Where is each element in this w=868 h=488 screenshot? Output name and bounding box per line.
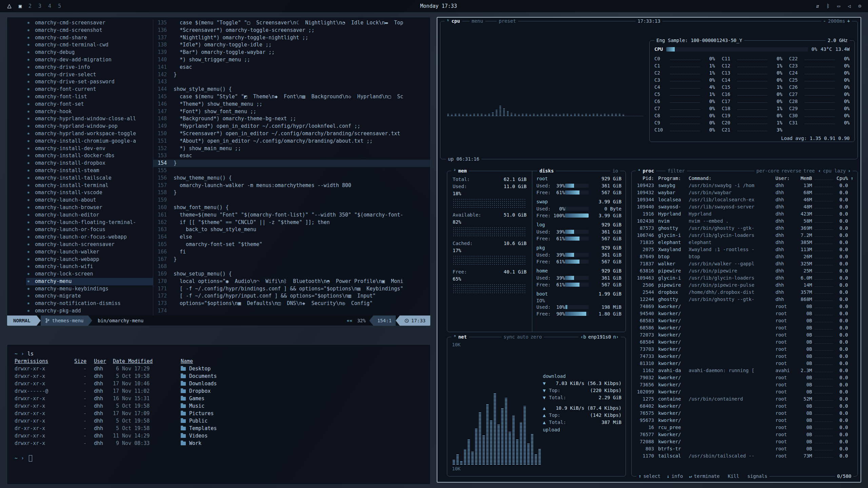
file-item[interactable]: ∗ omarchy-launch-browser — [26, 204, 153, 211]
process-row[interactable]: 1275 containe /usr/bin/containerd root 5… — [636, 395, 853, 403]
file-item[interactable]: ∗ omarchy-install-docker-dbs — [26, 152, 153, 160]
file-item[interactable]: ∗ omarchy-hyprland-window-pop — [26, 123, 153, 130]
file-item[interactable]: ∗ omarchy-hook — [26, 108, 153, 116]
process-row[interactable]: 87649 btop btop dhh 26M 0.0 — [636, 253, 853, 260]
file-item[interactable]: ∗ omarchy-drive-select — [26, 71, 153, 79]
io-mode-toggle[interactable]: io — [610, 168, 620, 174]
process-row[interactable]: 109423 swaybg /usr/bin/swaybg -i /hom dh… — [636, 182, 853, 189]
disks-label[interactable]: disks — [537, 168, 556, 174]
workspace-button[interactable]: ▣ — [19, 3, 22, 9]
file-item[interactable]: ∗ omarchy-menu — [26, 278, 153, 285]
file-item[interactable]: ∗ omarchy-notification-dismiss — [26, 300, 153, 307]
file-item[interactable]: ∗ omarchy-launch-wifi — [26, 263, 153, 270]
file-item[interactable]: ∗ omarchy-font-list — [26, 93, 153, 101]
file-item[interactable]: ∗ omarchy-install-terminal — [26, 182, 153, 189]
workspace-button[interactable]: 3 — [38, 3, 41, 9]
process-row[interactable]: 74869 kworker/ root 0B 0.0 — [636, 303, 853, 310]
iface-next-button[interactable]: n› — [613, 334, 619, 340]
footer-action[interactable]: ↑ select — [638, 473, 660, 480]
header-mem[interactable]: MemB — [796, 175, 812, 182]
process-row[interactable]: 68586 kworker/ root 0B 0.0 — [636, 324, 853, 331]
updates-icon[interactable]: ⇵ — [816, 3, 819, 9]
net-auto-toggle[interactable]: auto — [517, 334, 529, 340]
header-pid[interactable]: Pid: — [636, 175, 658, 182]
filter-button[interactable]: filter — [666, 168, 687, 174]
power-icon[interactable]: ⊙ — [858, 3, 861, 9]
tab-net[interactable]: ³net — [451, 334, 469, 340]
scroll-up-icon[interactable]: ↑ — [848, 175, 853, 182]
tab-mem[interactable]: ²mem — [451, 168, 469, 174]
file-item[interactable]: ∗ omarchy-cmd-share — [26, 34, 153, 42]
file-item[interactable]: ∗ omarchy-install-vscode — [26, 189, 153, 197]
file-item[interactable]: ∗ omarchy-launch-about — [26, 197, 153, 204]
footer-action[interactable]: Kill — [726, 473, 739, 480]
footer-action[interactable]: signals — [745, 473, 767, 480]
file-item[interactable]: ∗ omarchy-launch-floating-terminal- — [26, 219, 153, 226]
process-row[interactable]: 81310 kworker/ root 0B 0.0 — [636, 360, 853, 367]
file-item[interactable]: ∗ omarchy-font-current — [26, 86, 153, 93]
display-icon[interactable]: ▭ — [837, 3, 840, 9]
per-core-toggle[interactable]: per-core — [756, 168, 779, 174]
process-row[interactable]: 76577 kworker/ root 0B 0.0 — [636, 431, 853, 438]
sort-prev-button[interactable]: ‹ — [818, 168, 821, 174]
bluetooth-icon[interactable]: ᛒ — [827, 3, 830, 9]
file-item[interactable]: ∗ omarchy-drive-info — [26, 64, 153, 71]
process-row[interactable]: 12244 ghostty /usr/bin/ghostty --gtk- dh… — [636, 296, 853, 303]
process-row[interactable]: 109344 localsea /usr/lib/localsearch-ex … — [636, 196, 853, 203]
process-row[interactable]: 109463 glycin-i /usr/lib/glycin-loaders … — [636, 274, 853, 282]
process-row[interactable]: 94540 kworker/ root 0B 0.0 — [636, 310, 853, 317]
process-row[interactable]: 109432 waybar /usr/bin/waybar dhh 68M 0.… — [636, 189, 853, 196]
file-item[interactable]: ∗ omarchy-install-tailscale — [26, 175, 153, 182]
file-item[interactable]: ∗ omarchy-pkg-add — [26, 307, 153, 315]
process-row[interactable]: 1916 Hyprland Hyprland dhh 423M 0.0 — [636, 210, 853, 218]
process-row[interactable]: 73703 kworker/ root 0B 0.0 — [636, 346, 853, 353]
process-row[interactable]: 68584 kworker/ root 0B 0.0 — [636, 339, 853, 346]
process-row[interactable]: 106746 glycin-i /usr/lib/glycin-loaders … — [636, 232, 853, 239]
net-sync-toggle[interactable]: sync — [504, 334, 515, 340]
footer-action[interactable]: ↵ terminate — [689, 473, 719, 480]
file-item[interactable]: ∗ omarchy-hyprland-window-close-all — [26, 115, 153, 123]
process-row[interactable]: 16 rcu_pree root 0B 0.0 — [636, 424, 853, 431]
preset-button[interactable]: preset — [497, 18, 518, 24]
process-row[interactable]: 68583 kworker/ root 0B 0.0 — [636, 317, 853, 324]
omarchy-logo-icon[interactable] — [7, 4, 12, 9]
process-row[interactable]: 79032 kworker/ root 0B 0.0 — [636, 374, 853, 381]
process-row[interactable]: 87573 ghostty /usr/bin/ghostty --gtk- dh… — [636, 225, 853, 232]
process-row[interactable]: 68402 kworker/ root 0B 0.0 — [636, 403, 853, 410]
file-item[interactable]: ∗ omarchy-install-steam — [26, 167, 153, 175]
file-item[interactable]: ∗ omarchy-font-set — [26, 101, 153, 108]
file-item[interactable]: ∗ omarchy-launch-editor — [26, 211, 153, 219]
menu-button[interactable]: menu — [470, 18, 485, 24]
header-cpu[interactable]: Cpu% — [836, 175, 848, 182]
reverse-toggle[interactable]: reverse — [781, 168, 801, 174]
file-item[interactable]: ∗ omarchy-debug — [26, 49, 153, 56]
process-row[interactable]: 1170 tailscal /usr/sbin/tailscaled -- ro… — [636, 452, 853, 460]
file-item[interactable]: ∗ omarchy-cmd-screenshot — [26, 27, 153, 34]
tab-proc[interactable]: ⁴proc — [636, 168, 656, 174]
file-item[interactable]: ∗ omarchy-launch-screensaver — [26, 241, 153, 248]
process-row[interactable]: 2544 dropbox /home/dhh/.dropbox-dist dhh… — [636, 289, 853, 296]
process-row[interactable]: 102099 kworker/ root 0B 0.0 — [636, 388, 853, 395]
workspace-button[interactable]: 2 — [28, 3, 32, 9]
file-item[interactable]: ∗ omarchy-launch-or-focus — [26, 226, 153, 233]
file-item[interactable]: ∗ omarchy-launch-webapp — [26, 256, 153, 263]
process-row[interactable]: 71837 walker /usr/bin/walker --gappl dhh… — [636, 260, 853, 267]
workspace-button[interactable]: 5 — [58, 3, 61, 9]
process-row[interactable]: 74733 kworker/ root 0B 0.0 — [636, 353, 853, 360]
file-item[interactable]: ∗ omarchy-install-dropbox — [26, 160, 153, 167]
file-item[interactable]: ∗ omarchy-cmd-screensaver — [26, 19, 153, 27]
tab-cpu[interactable]: ¹cpu — [445, 18, 462, 24]
process-row[interactable]: 2075 Xwayland Xwayland :1 -rootless - dh… — [636, 246, 853, 253]
process-row[interactable]: 1162 avahi-da avahi-daemon: running [ av… — [636, 367, 853, 374]
process-row[interactable]: 71835 elephant elephant dhh 385M 0.0 — [636, 239, 853, 246]
file-item[interactable]: ∗ omarchy-cmd-terminal-cwd — [26, 41, 153, 49]
process-row[interactable]: 803 btrfs-tr root 0B 0.0 — [636, 445, 853, 452]
process-row[interactable]: 72088 kworker/ root 0B 0.0 — [636, 438, 853, 445]
file-item[interactable]: ∗ omarchy-launch-walker — [26, 248, 153, 256]
file-item[interactable]: ∗ omarchy-hyprland-workspace-toggle — [26, 130, 153, 138]
header-user[interactable]: User: — [775, 175, 796, 182]
tree-toggle[interactable]: tree — [803, 168, 815, 174]
header-command[interactable]: Command: — [689, 175, 775, 182]
file-item[interactable]: ∗ omarchy-launch-or-focus-webapp — [26, 233, 153, 241]
file-item[interactable]: ∗ omarchy-lock-screen — [26, 270, 153, 278]
